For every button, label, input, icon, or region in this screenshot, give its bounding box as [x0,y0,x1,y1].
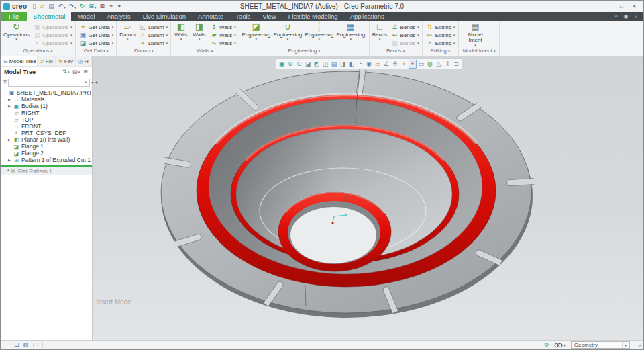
display-style-icon[interactable]: ◨ [339,60,347,69]
fullscreen-icon[interactable]: ▢ [32,342,38,348]
ribbon-big-button[interactable]: ◨ Walls ▾ [191,21,208,48]
csys-display-icon[interactable]: ⌖ [400,60,408,69]
spin-center-icon[interactable]: + [409,60,417,69]
ribbon-group-label[interactable]: Editing ▾ [424,48,457,56]
ribbon-tab[interactable]: Annotate [192,12,229,21]
ribbon-tab[interactable]: File [1,12,27,21]
quick-access-button[interactable]: ▤ [48,3,55,9]
expand-arrow-icon[interactable]: ▶ [7,158,11,162]
perspective-icon[interactable]: △ [435,60,443,69]
expand-arrow-icon[interactable]: ▶ [7,104,11,108]
resize-grip[interactable]: ◢ [637,342,641,348]
tree-filters-icon[interactable]: ⇅▾ [62,69,69,75]
quick-access-button[interactable]: ⊠ [99,3,105,9]
previous-icon[interactable]: ⊐ [452,60,460,69]
standard-view-icon[interactable]: ◫ [321,60,329,69]
3d-model[interactable] [93,56,643,340]
model-tree-item[interactable]: ▶ ▣ Bodies (1) [1,103,92,110]
model-tree-item-suppressed[interactable]: * ▦ Flat Pattern 1 [1,167,92,175]
ribbon-small-button[interactable]: ↦ Editing ▾ [425,31,457,39]
navigator-tab[interactable]: ⊟ Model Tree [1,56,38,66]
ribbon-small-button[interactable]: ◪ Get Data ▾ [78,39,115,47]
ribbon-group-label[interactable]: Datum ▾ [118,48,169,56]
maximize-button[interactable]: □ [615,2,628,11]
help-icon[interactable]: ? [635,13,637,19]
ribbon-small-button[interactable]: ✦ Get Data ▾ [78,23,115,31]
filter-funnel-icon[interactable]: ∇ [3,79,7,85]
ribbon-big-button[interactable]: ◧ Walls ▾ [172,21,190,48]
axis-display-icon[interactable]: ∠ [382,60,390,69]
ribbon-group-label[interactable]: Bends ▾ [371,48,421,56]
close-button[interactable]: ✕ [628,2,641,11]
ribbon-tab[interactable]: Sheetmetal [27,12,71,21]
model-tree-item[interactable]: ⌖ PRT_CSYS_DEF [1,130,92,136]
quick-access-button[interactable]: ▾ [118,3,122,9]
ribbon-big-button[interactable]: ▦ Engineering ▾ [335,21,366,48]
ribbon-tab[interactable]: Analysis [101,12,136,21]
ribbon-small-button[interactable]: ∕ Datum ▾ [138,31,169,39]
regenerate-status-icon[interactable]: ↻ [544,342,549,348]
ribbon-tab[interactable]: Tools [229,12,256,21]
ribbon-small-button[interactable]: ↩ Bends ▾ [390,31,420,39]
quick-access-button[interactable]: ↷ ▾ [69,3,76,9]
browser-toggle-icon[interactable]: ◍ [23,342,29,348]
minimize-ribbon-icon[interactable]: ^ [615,13,618,19]
ribbon-big-button[interactable]: ∪ Engineering ▾ [272,21,303,48]
ribbon-small-button[interactable]: ▤ Operations ▾ [32,31,74,39]
ribbon-tab[interactable]: Applications [344,12,390,21]
navigator-tab[interactable]: ★ Fav [56,56,76,66]
clear-search-icon[interactable]: ✕ [84,80,88,85]
pause-icon[interactable]: ‖ [443,60,451,69]
expand-arrow-icon[interactable]: ▶ [7,97,11,101]
model-tree-item[interactable]: ◪ Flange 2 [1,150,92,157]
navigator-toggle-icon[interactable]: ⊟ [14,342,19,348]
ribbon-small-button[interactable]: ↥ Walls ▾ [209,23,237,31]
tree-expand-icon[interactable]: ⊞ [83,69,89,75]
quick-access-button[interactable]: ▱ [40,3,45,9]
user-icon[interactable]: ◉ [624,13,629,19]
annotation-display-icon[interactable]: ▭ [417,60,425,69]
quick-access-button[interactable]: ▯ [32,3,36,9]
realtime-render-icon[interactable]: ◍ [426,60,434,69]
quick-access-button[interactable]: ↶ ▾ [58,3,66,9]
ribbon-tab[interactable]: Model [71,12,101,21]
ribbon-small-button[interactable]: ▦ Bends ▾ [390,39,420,47]
ribbon-group-label[interactable]: Walls ▾ [172,48,237,56]
ribbon-group-label[interactable]: Operations ▾ [2,48,74,56]
saved-views-icon[interactable]: ▤ [330,60,338,69]
section-icon[interactable]: ◧ [347,60,356,69]
ribbon-big-button[interactable]: ◪ Engineering ▾ [241,21,272,48]
quick-access-button[interactable]: ↻ [80,3,86,9]
ribbon-big-button[interactable]: ┆ Engineering ▾ [304,21,335,48]
render-icon[interactable]: ◉ [365,60,373,69]
model-tree-item[interactable]: ▶ ⊞ Pattern 1 of Extruded Cut 1 [1,157,92,163]
expand-arrow-icon[interactable]: ▶ [7,138,11,142]
ribbon-group-label[interactable]: Get Data ▾ [77,48,115,56]
graphics-area[interactable]: ▣ ⊕ ⊖ ◪ ◩ ◫ ▤ ◨ ◧ ◔ ◉ ▱ [93,56,643,340]
model-tree-item[interactable]: ▣ SHEET_METAL_INDIA7.PRT [1,89,92,96]
ribbon-big-button[interactable]: ▦ Model Intent ▾ [460,21,491,48]
navigator-tab[interactable]: ▱ Fol [38,56,56,66]
ribbon-small-button[interactable]: ▣ Get Data ▾ [78,31,115,39]
transparency-icon[interactable]: ◔ [356,60,364,69]
model-tree-item[interactable]: ▶ ◧ Planar 1(First Wall) [1,136,92,143]
quick-access-button[interactable]: ⊞ ▾ [89,3,96,9]
quick-access-button[interactable]: ✦ [109,3,115,9]
repaint-icon[interactable]: ◪ [304,60,312,69]
model-tree-item[interactable]: ▱ RIGHT [1,110,92,116]
ribbon-small-button[interactable]: ⌖ Datum ▾ [138,39,169,47]
ribbon-small-button[interactable]: ◺ Datum ▾ [138,23,169,31]
ribbon-tab[interactable]: Flexible Modeling [282,12,344,21]
ribbon-group-label[interactable]: Model Intent ▾ [460,48,498,56]
point-display-icon[interactable]: ※ [391,60,399,69]
add-filter-icon[interactable]: + [95,79,98,86]
navigator-tab[interactable]: ◷ Hi [76,56,92,66]
model-tree-item[interactable]: ▱ FRONT [1,123,92,130]
find-tool-button[interactable]: ▾ [554,342,566,348]
ribbon-small-button[interactable]: ▰ Walls ▾ [209,31,237,39]
tree-columns-icon[interactable]: ▤▾ [72,69,80,75]
ribbon-small-button[interactable]: ∠ Bends ▾ [390,23,420,31]
plane-display-icon[interactable]: ▱ [374,60,382,69]
selection-filter-dropdown[interactable]: Geometry ▾ [571,341,630,349]
ribbon-small-button[interactable]: + Editing ▾ [425,39,457,47]
